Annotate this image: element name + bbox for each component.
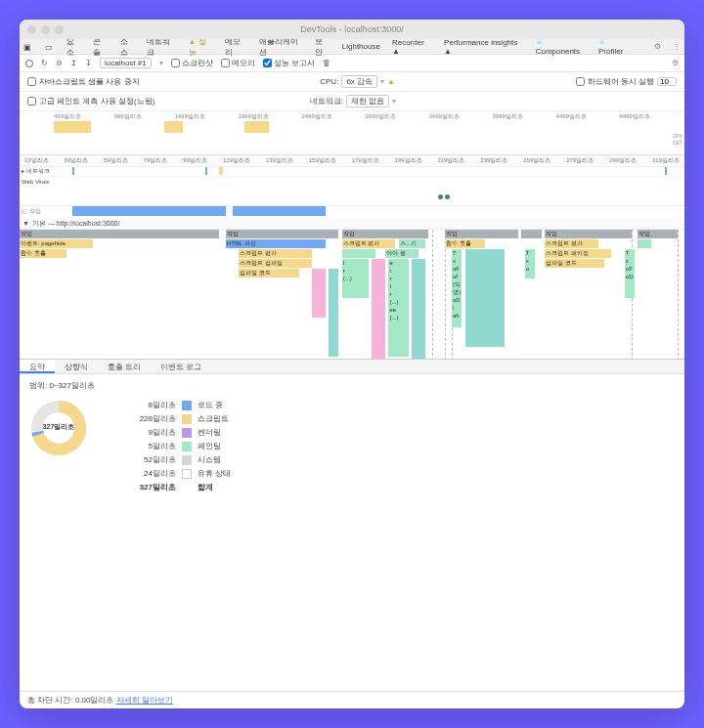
network-throttle: 네트워크: 제한 없음▾ — [310, 95, 396, 107]
task-bar[interactable]: 작업 — [226, 230, 339, 238]
flame-bar[interactable]: HTML 파싱 — [226, 239, 326, 248]
cpu-throttle: CPU: 6x 감속▾ ▲ — [320, 75, 395, 88]
main-ticks: 19밀리초39밀리초59밀리초79밀리초99밀리초119밀리초139밀리초159… — [20, 155, 684, 167]
main-thread-header[interactable]: ▼ 기본 — http://localhost:3000/ — [20, 218, 684, 230]
tab-recorder[interactable]: Recorder ▲ — [392, 38, 432, 56]
summary-tab-calltree[interactable]: 호출 트리 — [98, 360, 151, 373]
legend-row: 24밀리초유휴 상태 — [127, 467, 231, 481]
settings-icon[interactable]: ⚙ — [654, 42, 661, 51]
flame-bar[interactable]: 스크립트 컴파일 — [239, 259, 312, 268]
overview-timeline[interactable]: 499밀리초999밀리초1499밀리초1999밀리초2499밀리초2999밀리초… — [20, 111, 684, 155]
perf-options-row1: 자바스크립트 샘플 사용 중지 CPU: 6x 감속▾ ▲ 하드웨어 동시 실행 — [20, 72, 684, 92]
tab-lighthouse[interactable]: Lighthouse — [342, 42, 380, 51]
summary-tab-eventlog[interactable]: 이벤트 로그 — [151, 360, 211, 373]
overview-right-labels: CPUNET — [672, 133, 682, 147]
inspect-icon[interactable]: ▣ — [23, 43, 31, 51]
flame-bar[interactable] — [638, 239, 651, 248]
task-bar[interactable]: 작업 — [20, 230, 219, 238]
flame-bar[interactable]: 함수 호출 — [445, 239, 485, 248]
hw-concurrency[interactable]: 하드웨어 동시 실행 — [576, 76, 677, 87]
task-bar[interactable]: 작업 — [638, 230, 678, 238]
flame-stack[interactable] — [329, 269, 338, 357]
tasks-bar-row: ◱ 작업 — [20, 206, 684, 218]
task-bar[interactable]: 작업 — [445, 230, 518, 238]
tab-perf-insights[interactable]: Performance insights ▲ — [444, 38, 524, 56]
tab-components[interactable]: ⚛ Components — [536, 38, 587, 56]
target-select[interactable]: localhost #1 — [100, 58, 152, 68]
flame-bar[interactable]: 스...기 — [399, 239, 425, 248]
device-icon[interactable]: ▭ — [45, 43, 53, 51]
flame-bar[interactable]: 함수 호출 — [20, 249, 66, 258]
legend-row: 52밀리초시스템 — [127, 453, 231, 467]
flame-chart[interactable]: 작업 작업 작업 작업 작업 작업 이벤트: pagehide HTML 파싱 … — [20, 230, 684, 359]
flame-stack[interactable] — [312, 269, 326, 318]
screenshot-checkbox[interactable]: 스크린샷 — [171, 58, 213, 68]
legend-row: 327밀리초합계 — [127, 481, 231, 494]
legend-row: 5밀리초페인팅 — [127, 440, 231, 453]
learn-more-link[interactable]: 자세히 알아보기 — [116, 696, 173, 705]
trash-icon[interactable]: 🗑 — [323, 59, 330, 67]
flame-bar[interactable]: 컴파일 코드 — [239, 269, 298, 278]
flame-bar[interactable] — [342, 249, 375, 258]
memory-checkbox[interactable]: 메모리 — [221, 58, 255, 68]
network-select[interactable]: 제한 없음 — [346, 95, 389, 107]
overview-ticks: 499밀리초999밀리초1499밀리초1999밀리초2499밀리초2999밀리초… — [20, 111, 684, 121]
summary-donut: 327밀리초 — [29, 399, 88, 457]
cpu-select[interactable]: 6x 감속 — [341, 75, 377, 88]
flame-stack[interactable]: I r (...) — [342, 259, 369, 298]
flame-bar[interactable]: 스크립트 평가 — [239, 249, 312, 258]
flame-bar[interactable]: 이벤트: pagehide — [20, 239, 93, 248]
record-button[interactable] — [25, 60, 33, 67]
tab-profiler[interactable]: ⚛ Profiler — [598, 38, 631, 56]
network-label: ▸ 네트워크 — [22, 167, 50, 176]
range-label: 범위: 0~327밀리초 — [29, 380, 675, 391]
network-track[interactable]: ▸ 네트워크 — [20, 167, 684, 177]
collapse-arrow-icon[interactable]: ▼ — [22, 220, 29, 227]
summary-legend: 8밀리초로드 중 228밀리초스크립트 9밀리초렌더링 5밀리초페인팅 52밀리… — [127, 399, 231, 494]
footer: 총 차단 시간: 0.00밀리초 자세히 알아보기 — [20, 691, 684, 708]
web-vitals-label: Web Vitals — [22, 179, 49, 185]
flame-bar[interactable]: 스크립트 평가 — [342, 239, 395, 248]
summary-tabs: 요약 상향식 호출 트리 이벤트 로그 — [20, 359, 684, 374]
legend-row: 8밀리초로드 중 — [127, 399, 231, 412]
perf-options-row2: 고급 페인트 계측 사용 설정(느림) 네트워크: 제한 없음▾ — [20, 92, 684, 111]
perf-report-checkbox[interactable]: 성능 보고서 — [263, 58, 315, 68]
clear-button[interactable]: ⊘ — [56, 59, 63, 67]
summary-panel: 범위: 0~327밀리초 327밀리초 8밀리초로드 중 228밀리초스크립트 … — [20, 374, 684, 500]
task-bar[interactable]: 작업 — [342, 230, 428, 238]
upload-button[interactable]: ↥ — [70, 59, 77, 67]
titlebar: DevTools - localhost:3000/ — [20, 20, 684, 39]
warning-icon: ▲ — [387, 77, 395, 86]
perf-toolbar: ↻ ⊘ ↥ ↧ localhost #1 ▾ 스크린샷 메모리 성능 보고서 🗑… — [20, 55, 684, 72]
flame-bar[interactable]: 아아 행 — [385, 249, 418, 258]
tasks-overview-label: ◱ 작업 — [22, 207, 41, 216]
flame-bar[interactable]: 스크립트 패키징 — [545, 249, 611, 258]
reload-button[interactable]: ↻ — [41, 59, 48, 67]
task-bar[interactable] — [521, 230, 541, 238]
hw-value-input — [657, 77, 677, 86]
window-title: DevTools - localhost:3000/ — [20, 24, 684, 34]
task-bar[interactable]: 작업 — [545, 230, 631, 238]
more-icon[interactable]: ⋮ — [673, 42, 681, 51]
flame-bar[interactable]: 컴파일 코드 — [545, 259, 604, 268]
devtools-window: DevTools - localhost:3000/ ▣ ▭ 요소 콘솔 소스 … — [20, 20, 684, 708]
legend-row: 9밀리초렌더링 — [127, 426, 231, 440]
donut-center: 327밀리초 — [29, 422, 88, 432]
web-vitals-track[interactable]: Web Vitals — [20, 177, 684, 206]
legend-row: 228밀리초스크립트 — [127, 412, 231, 426]
tracks-area[interactable]: ▸ 네트워크 Web Vitals ◱ 작업 ▼ 기본 — http://loc… — [20, 167, 684, 359]
toolbar-settings-icon[interactable]: ⚙ — [672, 59, 679, 67]
panel-tabs: ▣ ▭ 요소 콘솔 소스 네트워크 ▲ 성능 메모리 애플리케이션 보안 Lig… — [20, 39, 684, 55]
flame-bar[interactable]: 스크립트 평가 — [545, 239, 597, 248]
summary-tab-summary[interactable]: 요약 — [20, 360, 55, 373]
summary-tab-bottomup[interactable]: 상향식 — [55, 360, 98, 373]
disable-js-checkbox[interactable]: 자바스크립트 샘플 사용 중지 — [27, 76, 140, 87]
download-button[interactable]: ↧ — [85, 59, 92, 67]
advanced-paint-checkbox[interactable]: 고급 페인트 계측 사용 설정(느림) — [27, 96, 154, 107]
